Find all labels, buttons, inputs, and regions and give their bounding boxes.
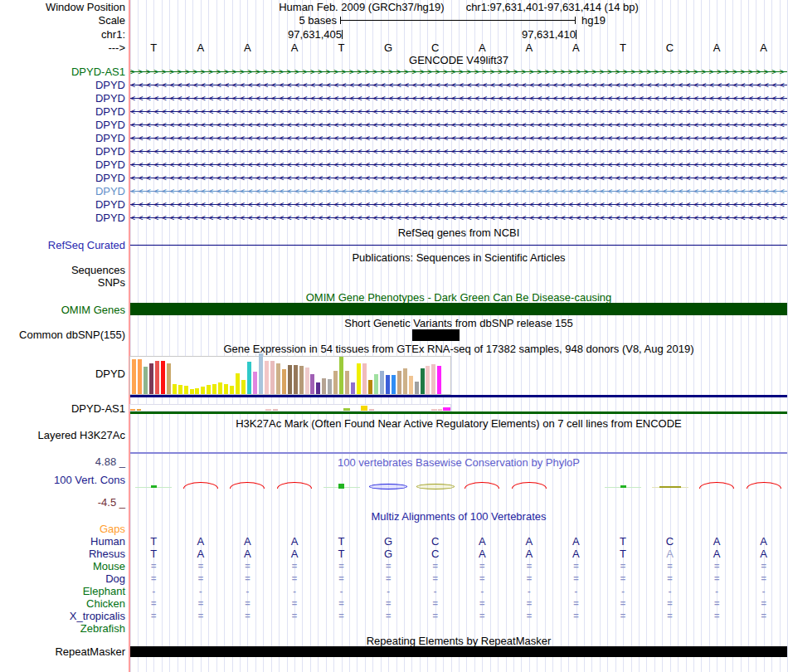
multiz-row-gaps[interactable] [130,523,787,535]
gtex-dpyd-label[interactable]: DPYD [0,368,125,379]
gencode-gene-label-dpyd[interactable]: DPYD [0,158,125,172]
gencode-gene-label-dpyd[interactable]: DPYD [0,145,125,158]
omim-genes-bar[interactable] [130,303,787,315]
gtex-dpyd-as1-expression-chart[interactable] [129,404,451,411]
multiz-row-human[interactable]: TAAATGCAAATCAA [130,535,787,548]
ruler-base-letter: A [459,42,506,53]
repeatmasker-bar[interactable] [130,646,787,657]
refseq-curated-label[interactable]: RefSeq Curated [0,240,125,251]
publications-track-title: Publications: Sequences in Scientific Ar… [130,252,787,263]
multiz-base-letter: C [411,548,459,560]
gene-row-dpyd[interactable]: <<<<<<<<<<<<<<<<<<<<<<<<<<<<<<<<<<<<<<<<… [130,172,787,185]
gencode-gene-label-dpyd-as1[interactable]: DPYD-AS1 [0,66,125,79]
common-dbsnp-label[interactable]: Common dbSNP(155) [0,329,125,341]
gene-row-dpyd[interactable]: <<<<<<<<<<<<<<<<<<<<<<<<<<<<<<<<<<<<<<<<… [130,105,787,119]
phylop-cons-label[interactable]: 100 Vert. Cons [0,475,125,485]
gtex-tissue-bar [305,368,309,394]
gencode-gene-label-dpyd[interactable]: DPYD [0,132,125,145]
gtex-as1-tissue-bar [343,408,350,411]
gene-strand-arrows: <<<<<<<<<<<<<<<<<<<<<<<<<<<<<<<<<<<<<<<<… [130,119,787,132]
phylop-square-mark [338,484,344,489]
phylop-hump-mark [183,482,218,489]
multiz-species-label-dog[interactable]: Dog [0,572,125,585]
gencode-gene-label-dpyd[interactable]: DPYD [0,105,125,119]
gtex-tissue-bar [143,367,148,394]
gencode-gene-label-dpyd[interactable]: DPYD [0,172,125,185]
gtex-dpyd-as1-label[interactable]: DPYD-AS1 [0,403,125,414]
gtex-as1-tissue-bar [369,409,374,411]
multiz-row-elephant[interactable]: -------------- [130,585,787,597]
multiz-species-label-mouse[interactable]: Mouse [0,560,125,572]
dbsnp-variant-rect[interactable] [412,329,460,341]
gencode-gene-label-dpyd[interactable]: DPYD [0,198,125,212]
omim-genes-label[interactable]: OMIM Genes [0,304,125,316]
multiz-base-letter: A [646,548,693,560]
gene-row-dpyd[interactable]: <<<<<<<<<<<<<<<<<<<<<<<<<<<<<<<<<<<<<<<<… [130,79,787,92]
gencode-gene-label-dpyd[interactable]: DPYD [0,92,125,105]
refseq-curated-line[interactable] [130,245,787,246]
omim-track-title: OMIM Gene Phenotypes - Dark Green Can Be… [130,292,787,303]
multiz-alignment-glyph: = [459,572,506,585]
gene-row-dpyd[interactable]: <<<<<<<<<<<<<<<<<<<<<<<<<<<<<<<<<<<<<<<<… [130,92,787,105]
gtex-dpyd-expression-chart[interactable] [129,356,451,395]
multiz-base-letter: A [552,535,600,548]
gtex-as1-tissue-bar [130,409,135,411]
multiz-base-letter: A [178,535,225,548]
layered-h3k27ac-label[interactable]: Layered H3K27Ac [0,430,125,441]
multiz-alignment-glyph: = [271,610,319,622]
multiz-alignment-glyph: = [271,572,319,585]
gencode-gene-label-dpyd[interactable]: DPYD [0,212,125,225]
gtex-tissue-bar [270,361,275,394]
gencode-gene-label-dpyd[interactable]: DPYD [0,119,125,132]
gene-strand-arrows: <<<<<<<<<<<<<<<<<<<<<<<<<<<<<<<<<<<<<<<<… [130,172,787,185]
ruler-position-label: 97,631,410 [522,29,576,40]
gene-row-dpyd-as1[interactable]: >>>>>>>>>>>>>>>>>>>>>>>>>>>>>>>>>>>>>>>>… [130,66,787,79]
multiz-row-zebrafish[interactable] [130,622,787,635]
gene-row-dpyd[interactable]: <<<<<<<<<<<<<<<<<<<<<<<<<<<<<<<<<<<<<<<<… [130,212,787,225]
multiz-row-rhesus[interactable]: TAAATGCAAATAAA [130,548,787,560]
gtex-tissue-bar [253,372,257,394]
gene-row-dpyd[interactable]: <<<<<<<<<<<<<<<<<<<<<<<<<<<<<<<<<<<<<<<<… [130,198,787,212]
multiz-species-label-x_tropicalis[interactable]: X_tropicalis [0,610,125,622]
repeatmasker-label[interactable]: RepeatMasker [0,646,125,657]
gtex-tissue-bar [368,380,372,394]
multiz-alignment-glyph: = [178,572,225,585]
gencode-gene-label-dpyd[interactable]: DPYD [0,79,125,92]
multiz-row-chicken[interactable]: ============== [130,597,787,610]
multiz-alignment-glyph: = [693,572,741,585]
multiz-alignment-glyph: = [365,560,412,572]
gtex-as1-tissue-bar [265,409,271,411]
publications-snps-label[interactable]: SNPs [0,277,125,288]
multiz-species-label-human[interactable]: Human [0,535,125,548]
gene-row-dpyd[interactable]: <<<<<<<<<<<<<<<<<<<<<<<<<<<<<<<<<<<<<<<<… [130,119,787,132]
multiz-species-label-elephant[interactable]: Elephant [0,585,125,597]
multiz-species-label-rhesus[interactable]: Rhesus [0,548,125,560]
gtex-tissue-bar [201,387,205,394]
dbsnp-track-title: Short Genetic Variants from dbSNP releas… [130,318,787,329]
multiz-base-letter: T [318,535,365,548]
window-position-label: Window Position [0,2,125,12]
phylop-wiggle-track[interactable] [130,480,787,494]
gene-row-dpyd[interactable]: <<<<<<<<<<<<<<<<<<<<<<<<<<<<<<<<<<<<<<<<… [130,158,787,172]
gtex-tissue-bar [178,385,182,394]
multiz-species-label-gaps[interactable]: Gaps [0,523,125,535]
gene-row-dpyd[interactable]: <<<<<<<<<<<<<<<<<<<<<<<<<<<<<<<<<<<<<<<<… [130,185,787,198]
multiz-alignment-glyph: = [600,610,647,622]
gencode-gene-label-dpyd[interactable]: DPYD [0,185,125,198]
gtex-tissue-bar [132,359,136,394]
gtex-tissue-bar [212,384,216,394]
gene-row-dpyd[interactable]: <<<<<<<<<<<<<<<<<<<<<<<<<<<<<<<<<<<<<<<<… [130,132,787,145]
publications-sequences-label[interactable]: Sequences [0,265,125,275]
multiz-base-letter: A [740,535,787,548]
multiz-species-label-chicken[interactable]: Chicken [0,597,125,610]
h3k27ac-baseline[interactable] [130,452,787,454]
gene-row-dpyd[interactable]: <<<<<<<<<<<<<<<<<<<<<<<<<<<<<<<<<<<<<<<<… [130,145,787,158]
multiz-row-mouse[interactable]: ============== [130,560,787,572]
multiz-alignment-glyph: - [365,585,412,597]
gtex-dpyd-as1-baseline [130,411,787,414]
multiz-species-label-zebrafish[interactable]: Zebrafish [0,622,125,635]
multiz-base-letter: C [411,535,459,548]
multiz-row-x_tropicalis[interactable]: ============== [130,610,787,622]
gtex-as1-tissue-bar [438,409,442,411]
multiz-row-dog[interactable]: ============== [130,572,787,585]
